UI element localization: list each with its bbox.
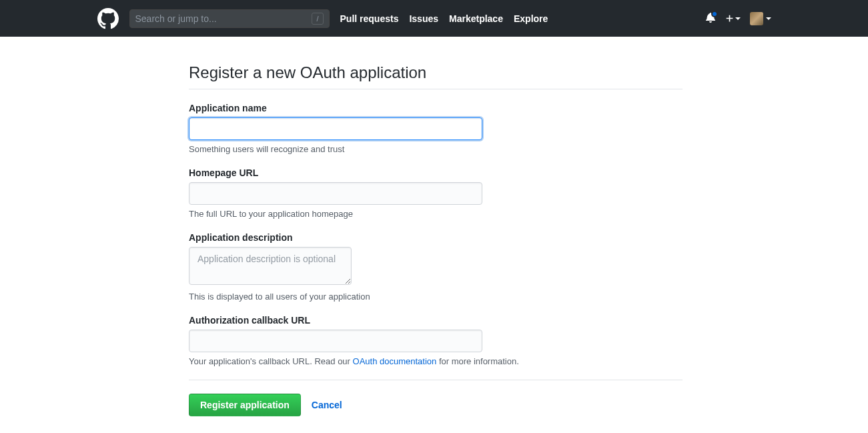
register-button[interactable]: Register application xyxy=(189,394,301,416)
caret-down-icon xyxy=(735,17,741,20)
user-avatar xyxy=(750,12,763,25)
homepage-help: The full URL to your application homepag… xyxy=(189,209,683,219)
plus-icon xyxy=(725,14,734,23)
field-app-name: Application name Something users will re… xyxy=(189,103,683,154)
description-label: Application description xyxy=(189,232,683,243)
app-name-help: Something users will recognize and trust xyxy=(189,144,683,154)
field-homepage: Homepage URL The full URL to your applic… xyxy=(189,167,683,219)
search-input[interactable] xyxy=(135,13,312,24)
homepage-label: Homepage URL xyxy=(189,167,683,178)
callback-label: Authorization callback URL xyxy=(189,315,683,326)
github-logo[interactable] xyxy=(97,8,119,29)
description-help: This is displayed to all users of your a… xyxy=(189,292,683,302)
homepage-input[interactable] xyxy=(189,182,482,205)
nav-pull-requests[interactable]: Pull requests xyxy=(340,13,399,24)
notifications-button[interactable] xyxy=(705,12,716,25)
field-description: Application description This is displaye… xyxy=(189,232,683,302)
user-menu[interactable] xyxy=(750,12,771,25)
main-content: Register a new OAuth application Applica… xyxy=(189,63,683,416)
description-textarea[interactable] xyxy=(189,247,352,285)
site-header: / Pull requests Issues Marketplace Explo… xyxy=(0,0,868,37)
slash-shortcut-icon: / xyxy=(312,13,323,25)
app-name-label: Application name xyxy=(189,103,683,113)
nav-issues[interactable]: Issues xyxy=(409,13,438,24)
nav-explore[interactable]: Explore xyxy=(514,13,548,24)
app-name-input[interactable] xyxy=(189,117,482,140)
notification-indicator xyxy=(711,11,718,17)
search-box[interactable]: / xyxy=(129,9,330,28)
callback-help: Your application's callback URL. Read ou… xyxy=(189,356,683,366)
nav-marketplace[interactable]: Marketplace xyxy=(449,13,503,24)
form-actions: Register application Cancel xyxy=(189,380,683,416)
page-title: Register a new OAuth application xyxy=(189,63,683,89)
create-menu[interactable] xyxy=(725,14,741,23)
oauth-docs-link[interactable]: OAuth documentation xyxy=(353,356,437,366)
callback-input[interactable] xyxy=(189,330,482,352)
primary-nav: Pull requests Issues Marketplace Explore xyxy=(340,13,548,24)
field-callback: Authorization callback URL Your applicat… xyxy=(189,315,683,366)
caret-down-icon xyxy=(766,17,771,20)
cancel-button[interactable]: Cancel xyxy=(312,400,342,410)
